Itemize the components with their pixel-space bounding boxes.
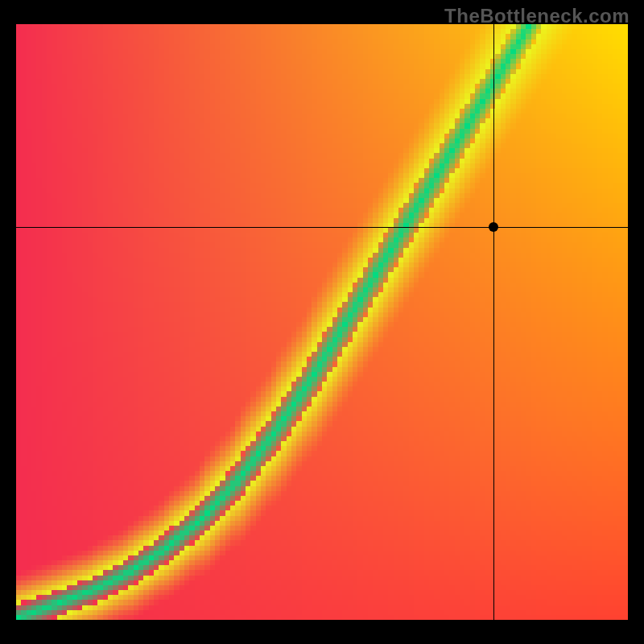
crosshair-vertical bbox=[493, 24, 495, 620]
crosshair-marker bbox=[489, 222, 498, 232]
chart-frame: TheBottleneck.com bbox=[0, 0, 644, 644]
heatmap-canvas bbox=[16, 24, 628, 620]
crosshair-horizontal bbox=[16, 227, 628, 229]
heatmap-plot bbox=[16, 24, 628, 620]
watermark-text: TheBottleneck.com bbox=[444, 5, 630, 27]
